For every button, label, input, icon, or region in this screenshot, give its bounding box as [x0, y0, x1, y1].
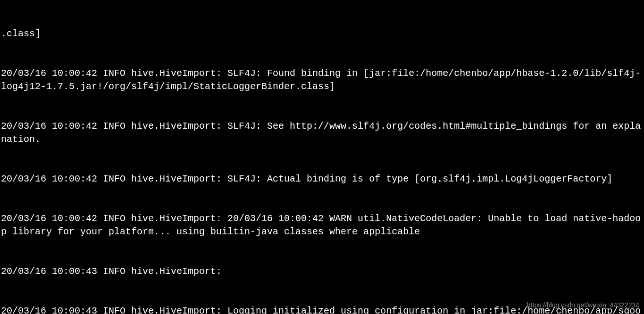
watermark-text: https://blog.csdn.net/weixin_44322234	[527, 301, 639, 310]
log-line: 20/03/16 10:00:43 INFO hive.HiveImport:	[1, 265, 643, 278]
log-line: .class]	[1, 27, 643, 41]
terminal-output[interactable]: .class] 20/03/16 10:00:42 INFO hive.Hive…	[1, 1, 643, 314]
log-line: 20/03/16 10:00:42 INFO hive.HiveImport: …	[1, 120, 643, 146]
log-line: 20/03/16 10:00:42 INFO hive.HiveImport: …	[1, 173, 643, 186]
log-line: 20/03/16 10:00:42 INFO hive.HiveImport: …	[1, 67, 643, 93]
log-line: 20/03/16 10:00:42 INFO hive.HiveImport: …	[1, 212, 643, 239]
